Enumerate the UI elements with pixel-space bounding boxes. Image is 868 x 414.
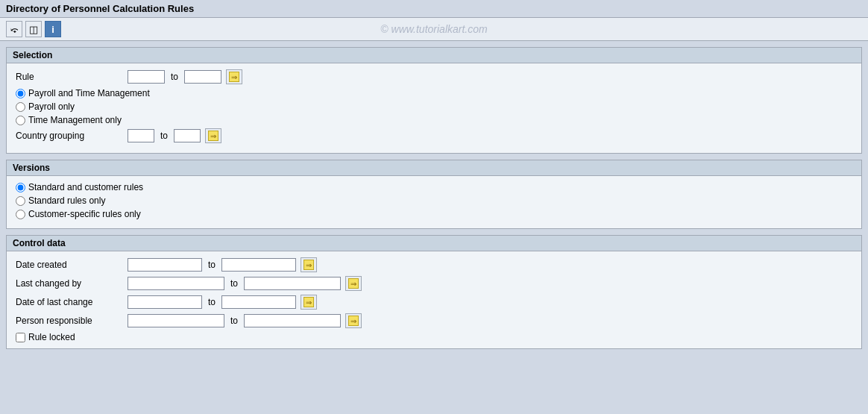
- radio-std-cust[interactable]: [16, 183, 25, 192]
- person-responsible-input-from[interactable]: [128, 314, 224, 327]
- control-data-body: Date created to ⇒ Last changed by to ⇒: [7, 251, 861, 348]
- country-grouping-search-icon: ⇒: [208, 131, 218, 141]
- date-last-change-input-from[interactable]: [128, 295, 202, 309]
- country-grouping-input-from[interactable]: [128, 129, 154, 142]
- radio-time-only-label[interactable]: Time Management only: [28, 115, 122, 125]
- versions-section: Versions Standard and customer rules Sta…: [6, 160, 862, 229]
- radio-payroll-time-label[interactable]: Payroll and Time Management: [28, 88, 150, 98]
- date-created-input-from[interactable]: [128, 258, 202, 272]
- rule-locked-checkbox[interactable]: [16, 333, 25, 342]
- rule-input-from[interactable]: [128, 70, 165, 84]
- radio-std-cust-label[interactable]: Standard and customer rules: [28, 182, 143, 192]
- rule-locked-row: Rule locked: [16, 332, 852, 342]
- date-created-to-label: to: [208, 260, 216, 270]
- radio-std-cust-row: Standard and customer rules: [16, 182, 852, 192]
- watermark: © www.tutorialkart.com: [380, 23, 487, 35]
- person-responsible-row: Person responsible to ⇒: [16, 313, 852, 328]
- control-data-section: Control data Date created to ⇒ Last chan…: [6, 235, 862, 349]
- toolbar-btn-info[interactable]: i: [45, 21, 61, 37]
- person-responsible-to-label: to: [230, 316, 238, 326]
- versions-header: Versions: [7, 160, 861, 176]
- person-responsible-input-to[interactable]: [244, 314, 341, 327]
- rule-to-label: to: [171, 72, 178, 82]
- last-changed-by-search-button[interactable]: ⇒: [345, 276, 362, 291]
- radio-std-only[interactable]: [16, 196, 25, 206]
- title-bar: Directory of Personnel Calculation Rules: [0, 0, 868, 18]
- date-created-input-to[interactable]: [221, 258, 296, 272]
- person-responsible-search-icon: ⇒: [348, 316, 359, 326]
- country-grouping-to-label: to: [160, 131, 168, 141]
- selection-body: Rule to ⇒ Payroll and Time Management Pa…: [7, 63, 861, 153]
- country-grouping-input-to[interactable]: [174, 129, 201, 142]
- last-changed-by-search-icon: ⇒: [348, 278, 359, 289]
- country-grouping-label: Country grouping: [16, 131, 128, 141]
- country-grouping-search-button[interactable]: ⇒: [205, 128, 221, 143]
- page-title: Directory of Personnel Calculation Rules: [6, 3, 194, 14]
- selection-header: Selection: [7, 48, 861, 63]
- date-created-label: Date created: [16, 260, 128, 270]
- rule-label: Rule: [16, 72, 128, 82]
- versions-body: Standard and customer rules Standard rul…: [7, 176, 861, 228]
- radio-time-only[interactable]: [16, 116, 25, 125]
- rule-input-to[interactable]: [184, 70, 221, 84]
- last-changed-by-input-to[interactable]: [244, 277, 341, 290]
- date-last-change-input-to[interactable]: [221, 295, 296, 309]
- radio-payroll-time[interactable]: [16, 89, 25, 98]
- date-last-change-row: Date of last change to ⇒: [16, 295, 852, 310]
- last-changed-by-to-label: to: [230, 278, 238, 289]
- radio-cust-only-label[interactable]: Customer-specific rules only: [28, 209, 141, 219]
- rule-locked-label[interactable]: Rule locked: [28, 332, 75, 342]
- date-last-change-search-button[interactable]: ⇒: [301, 295, 317, 310]
- toolbar-btn-back[interactable]: ⤽: [6, 21, 22, 37]
- last-changed-by-input-from[interactable]: [128, 277, 224, 290]
- date-last-change-label: Date of last change: [16, 297, 128, 307]
- person-responsible-search-button[interactable]: ⇒: [345, 313, 362, 328]
- date-created-search-icon: ⇒: [304, 260, 314, 270]
- selection-section: Selection Rule to ⇒ Payroll and Time Man…: [6, 47, 862, 154]
- radio-std-only-label[interactable]: Standard rules only: [28, 195, 105, 206]
- toolbar: ⤽ ◫ i © www.tutorialkart.com: [0, 18, 868, 41]
- date-created-search-button[interactable]: ⇒: [301, 257, 317, 272]
- radio-std-only-row: Standard rules only: [16, 195, 852, 206]
- rule-row: Rule to ⇒: [16, 69, 852, 84]
- rule-search-button[interactable]: ⇒: [226, 69, 242, 84]
- date-last-change-search-icon: ⇒: [304, 297, 314, 307]
- control-data-header: Control data: [7, 236, 861, 251]
- last-changed-by-label: Last changed by: [16, 278, 128, 289]
- radio-payroll-only[interactable]: [16, 102, 25, 112]
- person-responsible-label: Person responsible: [16, 316, 128, 326]
- country-grouping-row: Country grouping to ⇒: [16, 128, 852, 143]
- radio-cust-only[interactable]: [16, 210, 25, 219]
- toolbar-btn-new[interactable]: ◫: [25, 21, 42, 37]
- rule-search-icon: ⇒: [229, 72, 239, 82]
- radio-time-only-row: Time Management only: [16, 115, 852, 125]
- date-created-row: Date created to ⇒: [16, 257, 852, 272]
- radio-payroll-only-label[interactable]: Payroll only: [28, 101, 75, 112]
- radio-payroll-time-row: Payroll and Time Management: [16, 88, 852, 98]
- main-content: Selection Rule to ⇒ Payroll and Time Man…: [0, 41, 868, 355]
- radio-cust-only-row: Customer-specific rules only: [16, 209, 852, 219]
- last-changed-by-row: Last changed by to ⇒: [16, 276, 852, 291]
- radio-payroll-only-row: Payroll only: [16, 101, 852, 112]
- date-last-change-to-label: to: [208, 297, 216, 307]
